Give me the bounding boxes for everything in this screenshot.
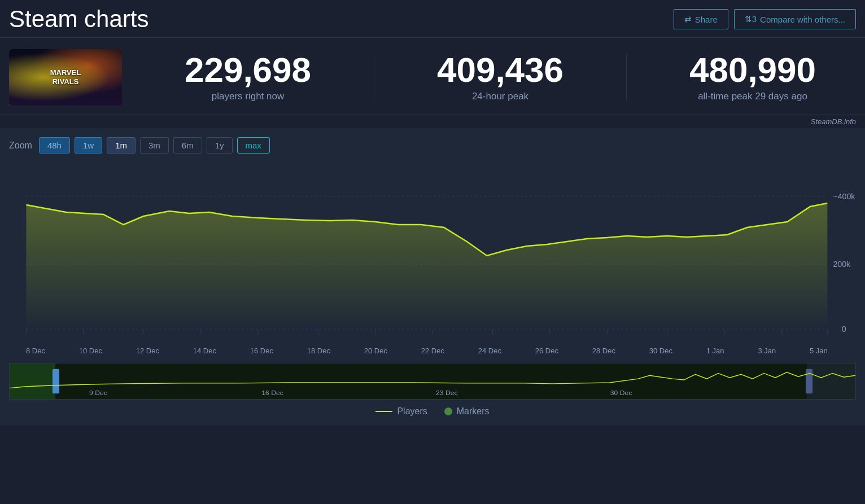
x-label-1jan: 1 Jan <box>706 347 724 355</box>
legend-players-label: Players <box>397 406 427 417</box>
legend-markers-dot <box>444 407 452 415</box>
x-label-30dec: 30 Dec <box>649 347 672 355</box>
chart-section: Zoom 48h 1w 1m 3m 6m 1y max ~400k 200k 0 <box>0 128 865 426</box>
minimap[interactable]: 9 Dec 16 Dec 23 Dec 30 Dec <box>9 363 856 400</box>
x-label-12dec: 12 Dec <box>136 347 159 355</box>
zoom-label: Zoom <box>9 141 32 151</box>
peak-24h-stat: 409,436 24-hour peak <box>397 52 604 102</box>
x-label-22dec: 22 Dec <box>421 347 444 355</box>
peak-24h-label: 24-hour peak <box>397 91 604 102</box>
zoom-max-button[interactable]: max <box>237 137 270 154</box>
svg-text:0: 0 <box>842 325 846 334</box>
current-players-label: players right now <box>145 91 351 102</box>
chart-svg: ~400k 200k 0 <box>9 163 856 343</box>
zoom-48h-button[interactable]: 48h <box>39 137 70 154</box>
stat-divider-1 <box>374 55 374 100</box>
compare-icon: ⇅3 <box>745 14 757 24</box>
legend-markers-label: Markers <box>457 406 490 417</box>
svg-text:30 Dec: 30 Dec <box>610 389 632 397</box>
zoom-controls: Zoom 48h 1w 1m 3m 6m 1y max <box>9 137 856 154</box>
page-title: Steam charts <box>9 6 148 33</box>
x-label-14dec: 14 Dec <box>193 347 216 355</box>
compare-button[interactable]: ⇅3 Compare with others... <box>734 9 856 29</box>
all-time-peak-label: all-time peak 29 days ago <box>649 91 856 102</box>
page-header: Steam charts ⇄ Share ⇅3 Compare with oth… <box>0 0 865 38</box>
svg-rect-26 <box>806 369 812 394</box>
stat-divider-2 <box>626 55 627 100</box>
minimap-svg: 9 Dec 16 Dec 23 Dec 30 Dec <box>10 363 855 399</box>
share-icon: ⇄ <box>684 14 692 24</box>
legend-players-line <box>375 411 392 412</box>
svg-text:~400k: ~400k <box>833 192 855 201</box>
svg-rect-25 <box>807 363 855 399</box>
legend-players: Players <box>375 406 427 417</box>
current-players-stat: 229,698 players right now <box>145 52 351 102</box>
zoom-3m-button[interactable]: 3m <box>140 137 169 154</box>
header-actions: ⇄ Share ⇅3 Compare with others... <box>674 9 856 29</box>
x-label-26dec: 26 Dec <box>535 347 558 355</box>
zoom-1w-button[interactable]: 1w <box>75 137 102 154</box>
x-label-10dec: 10 Dec <box>79 347 102 355</box>
svg-rect-23 <box>10 363 55 399</box>
current-players-value: 229,698 <box>145 52 351 87</box>
x-axis-labels: 8 Dec 10 Dec 12 Dec 14 Dec 16 Dec 18 Dec… <box>9 343 856 358</box>
legend-markers: Markers <box>444 406 490 417</box>
all-time-peak-stat: 480,990 all-time peak 29 days ago <box>649 52 856 102</box>
x-label-16dec: 16 Dec <box>250 347 273 355</box>
zoom-1m-button[interactable]: 1m <box>107 137 136 154</box>
svg-rect-22 <box>10 363 855 399</box>
zoom-6m-button[interactable]: 6m <box>173 137 202 154</box>
x-label-5jan: 5 Jan <box>810 347 828 355</box>
zoom-1y-button[interactable]: 1y <box>207 137 233 154</box>
svg-text:23 Dec: 23 Dec <box>436 389 457 397</box>
x-label-24dec: 24 Dec <box>478 347 501 355</box>
all-time-peak-value: 480,990 <box>649 52 856 87</box>
stats-section: MARVELRIVALS 229,698 players right now 4… <box>0 38 865 115</box>
game-thumbnail: MARVELRIVALS <box>9 49 122 106</box>
x-label-20dec: 20 Dec <box>364 347 387 355</box>
steamdb-credit: SteamDB.info <box>0 115 865 128</box>
peak-24h-value: 409,436 <box>397 52 604 87</box>
chart-legend: Players Markers <box>9 400 856 426</box>
x-label-8dec: 8 Dec <box>26 347 45 355</box>
x-label-18dec: 18 Dec <box>307 347 330 355</box>
svg-text:200k: 200k <box>833 260 851 269</box>
svg-text:16 Dec: 16 Dec <box>261 389 283 397</box>
main-chart: ~400k 200k 0 <box>9 163 856 343</box>
x-label-3jan: 3 Jan <box>758 347 776 355</box>
svg-rect-24 <box>53 369 59 394</box>
svg-text:9 Dec: 9 Dec <box>89 389 107 397</box>
x-label-28dec: 28 Dec <box>592 347 615 355</box>
share-button[interactable]: ⇄ Share <box>674 9 728 29</box>
